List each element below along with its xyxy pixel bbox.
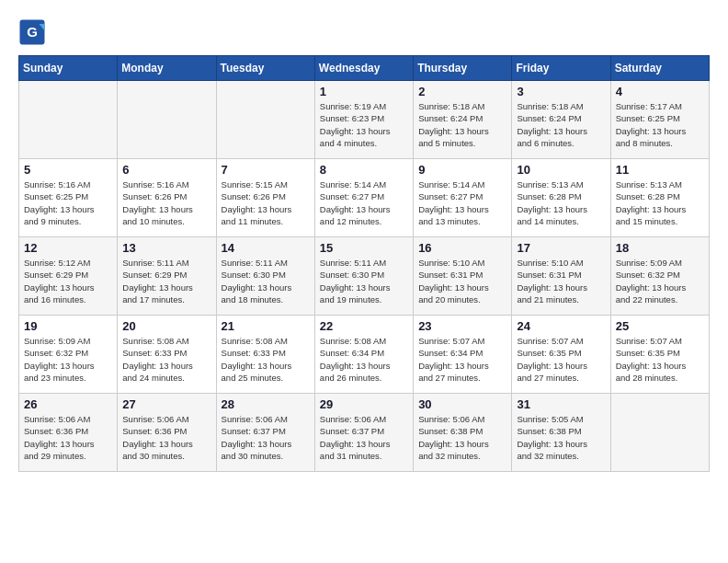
day-info: Sunrise: 5:08 AM Sunset: 6:34 PM Dayligh…	[320, 335, 408, 384]
calendar-cell: 21Sunrise: 5:08 AM Sunset: 6:33 PM Dayli…	[216, 316, 314, 394]
day-number: 22	[320, 319, 408, 333]
day-info: Sunrise: 5:11 AM Sunset: 6:30 PM Dayligh…	[222, 257, 310, 305]
day-info: Sunrise: 5:06 AM Sunset: 6:38 PM Dayligh…	[418, 413, 506, 462]
calendar-cell	[610, 394, 709, 472]
day-info: Sunrise: 5:14 AM Sunset: 6:27 PM Dayligh…	[418, 178, 506, 227]
weekday-header-thursday: Thursday	[414, 56, 512, 81]
day-number: 13	[122, 241, 210, 255]
weekday-header-monday: Monday	[118, 56, 216, 81]
calendar-cell: 2Sunrise: 5:18 AM Sunset: 6:24 PM Daylig…	[414, 81, 512, 159]
calendar-cell: 11Sunrise: 5:13 AM Sunset: 6:28 PM Dayli…	[610, 159, 709, 237]
day-number: 29	[320, 397, 408, 411]
calendar-cell: 30Sunrise: 5:06 AM Sunset: 6:38 PM Dayli…	[414, 394, 512, 472]
day-number: 20	[122, 319, 210, 333]
day-number: 6	[122, 163, 210, 177]
calendar-table: SundayMondayTuesdayWednesdayThursdayFrid…	[18, 55, 710, 472]
day-info: Sunrise: 5:16 AM Sunset: 6:26 PM Dayligh…	[122, 178, 210, 227]
weekday-row: SundayMondayTuesdayWednesdayThursdayFrid…	[19, 56, 710, 81]
day-number: 14	[222, 241, 310, 255]
calendar-cell	[118, 81, 216, 159]
day-info: Sunrise: 5:11 AM Sunset: 6:30 PM Dayligh…	[320, 257, 408, 305]
day-info: Sunrise: 5:18 AM Sunset: 6:24 PM Dayligh…	[418, 100, 506, 149]
day-info: Sunrise: 5:06 AM Sunset: 6:36 PM Dayligh…	[24, 413, 112, 462]
day-number: 17	[517, 241, 605, 255]
day-number: 26	[24, 397, 112, 411]
day-number: 8	[320, 163, 408, 177]
day-number: 28	[222, 397, 310, 411]
day-info: Sunrise: 5:19 AM Sunset: 6:23 PM Dayligh…	[320, 100, 408, 149]
calendar-cell: 25Sunrise: 5:07 AM Sunset: 6:35 PM Dayli…	[610, 316, 709, 394]
svg-text:G: G	[27, 24, 38, 40]
calendar-cell: 19Sunrise: 5:09 AM Sunset: 6:32 PM Dayli…	[19, 316, 118, 394]
calendar-week-3: 12Sunrise: 5:12 AM Sunset: 6:29 PM Dayli…	[19, 237, 710, 316]
calendar-cell: 6Sunrise: 5:16 AM Sunset: 6:26 PM Daylig…	[118, 159, 216, 237]
day-info: Sunrise: 5:09 AM Sunset: 6:32 PM Dayligh…	[24, 335, 112, 384]
calendar-cell: 1Sunrise: 5:19 AM Sunset: 6:23 PM Daylig…	[314, 81, 413, 159]
weekday-header-tuesday: Tuesday	[216, 56, 314, 81]
calendar-cell: 22Sunrise: 5:08 AM Sunset: 6:34 PM Dayli…	[314, 316, 413, 394]
day-number: 25	[616, 319, 704, 333]
weekday-header-saturday: Saturday	[610, 56, 709, 81]
day-number: 16	[418, 241, 506, 255]
day-info: Sunrise: 5:09 AM Sunset: 6:32 PM Dayligh…	[616, 257, 704, 305]
calendar-cell: 27Sunrise: 5:06 AM Sunset: 6:36 PM Dayli…	[118, 394, 216, 472]
day-info: Sunrise: 5:07 AM Sunset: 6:34 PM Dayligh…	[418, 335, 506, 384]
calendar-cell: 24Sunrise: 5:07 AM Sunset: 6:35 PM Dayli…	[512, 316, 610, 394]
calendar-cell: 26Sunrise: 5:06 AM Sunset: 6:36 PM Dayli…	[19, 394, 118, 472]
calendar-cell: 29Sunrise: 5:06 AM Sunset: 6:37 PM Dayli…	[314, 394, 413, 472]
calendar-cell: 8Sunrise: 5:14 AM Sunset: 6:27 PM Daylig…	[314, 159, 413, 237]
day-number: 1	[320, 85, 408, 98]
day-info: Sunrise: 5:08 AM Sunset: 6:33 PM Dayligh…	[222, 335, 310, 384]
day-number: 19	[24, 319, 112, 333]
day-number: 5	[24, 163, 112, 177]
day-info: Sunrise: 5:08 AM Sunset: 6:33 PM Dayligh…	[122, 335, 210, 384]
calendar-header: SundayMondayTuesdayWednesdayThursdayFrid…	[19, 56, 710, 81]
day-number: 4	[616, 85, 704, 98]
calendar-cell: 20Sunrise: 5:08 AM Sunset: 6:33 PM Dayli…	[118, 316, 216, 394]
day-info: Sunrise: 5:06 AM Sunset: 6:37 PM Dayligh…	[222, 413, 310, 462]
calendar-week-2: 5Sunrise: 5:16 AM Sunset: 6:25 PM Daylig…	[19, 159, 710, 237]
calendar-cell: 4Sunrise: 5:17 AM Sunset: 6:25 PM Daylig…	[610, 81, 709, 159]
day-info: Sunrise: 5:15 AM Sunset: 6:26 PM Dayligh…	[222, 178, 310, 227]
day-number: 11	[616, 163, 704, 177]
calendar-cell: 13Sunrise: 5:11 AM Sunset: 6:29 PM Dayli…	[118, 237, 216, 316]
day-number: 21	[222, 319, 310, 333]
calendar-cell: 15Sunrise: 5:11 AM Sunset: 6:30 PM Dayli…	[314, 237, 413, 316]
day-info: Sunrise: 5:07 AM Sunset: 6:35 PM Dayligh…	[517, 335, 605, 384]
logo-icon: G	[18, 18, 46, 46]
day-info: Sunrise: 5:17 AM Sunset: 6:25 PM Dayligh…	[616, 100, 704, 149]
calendar-cell: 17Sunrise: 5:10 AM Sunset: 6:31 PM Dayli…	[512, 237, 610, 316]
day-number: 9	[418, 163, 506, 177]
calendar-cell: 5Sunrise: 5:16 AM Sunset: 6:25 PM Daylig…	[19, 159, 118, 237]
day-info: Sunrise: 5:16 AM Sunset: 6:25 PM Dayligh…	[24, 178, 112, 227]
day-info: Sunrise: 5:13 AM Sunset: 6:28 PM Dayligh…	[517, 178, 605, 227]
day-number: 15	[320, 241, 408, 255]
weekday-header-sunday: Sunday	[19, 56, 118, 81]
calendar-week-4: 19Sunrise: 5:09 AM Sunset: 6:32 PM Dayli…	[19, 316, 710, 394]
day-number: 31	[517, 397, 605, 411]
day-number: 2	[418, 85, 506, 98]
calendar-cell: 10Sunrise: 5:13 AM Sunset: 6:28 PM Dayli…	[512, 159, 610, 237]
day-number: 7	[222, 163, 310, 177]
day-info: Sunrise: 5:06 AM Sunset: 6:37 PM Dayligh…	[320, 413, 408, 462]
calendar-week-5: 26Sunrise: 5:06 AM Sunset: 6:36 PM Dayli…	[19, 394, 710, 472]
day-info: Sunrise: 5:07 AM Sunset: 6:35 PM Dayligh…	[616, 335, 704, 384]
calendar-cell: 28Sunrise: 5:06 AM Sunset: 6:37 PM Dayli…	[216, 394, 314, 472]
calendar-cell	[19, 81, 118, 159]
day-number: 24	[517, 319, 605, 333]
day-info: Sunrise: 5:18 AM Sunset: 6:24 PM Dayligh…	[517, 100, 605, 149]
weekday-header-friday: Friday	[512, 56, 610, 81]
calendar-cell: 31Sunrise: 5:05 AM Sunset: 6:38 PM Dayli…	[512, 394, 610, 472]
day-info: Sunrise: 5:05 AM Sunset: 6:38 PM Dayligh…	[517, 413, 605, 462]
day-number: 30	[418, 397, 506, 411]
calendar-body: 1Sunrise: 5:19 AM Sunset: 6:23 PM Daylig…	[19, 81, 710, 472]
calendar-cell: 12Sunrise: 5:12 AM Sunset: 6:29 PM Dayli…	[19, 237, 118, 316]
page-header: G	[18, 18, 710, 46]
calendar-cell: 3Sunrise: 5:18 AM Sunset: 6:24 PM Daylig…	[512, 81, 610, 159]
calendar-cell: 23Sunrise: 5:07 AM Sunset: 6:34 PM Dayli…	[414, 316, 512, 394]
day-number: 10	[517, 163, 605, 177]
day-info: Sunrise: 5:10 AM Sunset: 6:31 PM Dayligh…	[418, 257, 506, 305]
day-info: Sunrise: 5:14 AM Sunset: 6:27 PM Dayligh…	[320, 178, 408, 227]
day-number: 12	[24, 241, 112, 255]
weekday-header-wednesday: Wednesday	[314, 56, 413, 81]
